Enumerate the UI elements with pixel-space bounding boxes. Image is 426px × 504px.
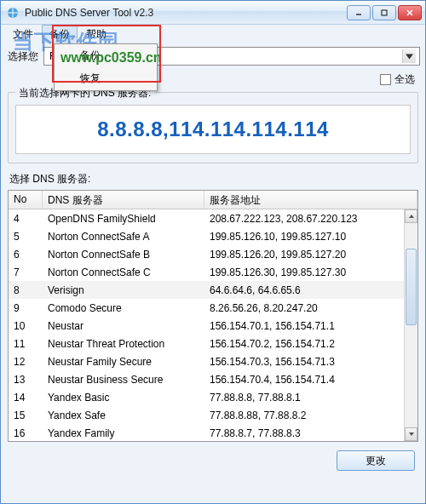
cell-no: 12 xyxy=(9,356,43,368)
cell-name: Neustar xyxy=(43,320,204,332)
cell-addr: 64.6.64.6, 64.6.65.6 xyxy=(204,284,417,296)
dns-list-title: 选择 DNS 服务器: xyxy=(9,172,420,186)
cell-no: 9 xyxy=(9,302,43,314)
table-row[interactable]: 9Comodo Secure8.26.56.26, 8.20.247.20 xyxy=(9,299,417,317)
titlebar: Public DNS Server Tool v2.3 xyxy=(1,1,425,25)
cell-name: Norton ConnectSafe A xyxy=(43,231,204,243)
table-row[interactable]: 13Neustar Business Secure156.154.70.4, 1… xyxy=(9,370,417,388)
scroll-track[interactable] xyxy=(405,223,417,427)
cell-name: Yandex Family xyxy=(43,427,204,439)
change-button[interactable]: 更改 xyxy=(337,450,415,471)
cell-no: 6 xyxy=(9,249,43,261)
cell-no: 15 xyxy=(9,410,43,421)
scroll-down-button[interactable] xyxy=(405,427,417,441)
menubar: 文件 备份 帮助 xyxy=(1,25,425,43)
cell-addr: 156.154.70.4, 156.154.71.4 xyxy=(204,374,417,386)
table-row[interactable]: 7Norton ConnectSafe C199.85.126.30, 199.… xyxy=(9,263,417,281)
list-header: No DNS 服务器 服务器地址 xyxy=(9,191,417,209)
table-row[interactable]: 10Neustar156.154.70.1, 156.154.71.1 xyxy=(9,317,417,335)
scroll-thumb[interactable] xyxy=(406,249,417,325)
minimize-button[interactable] xyxy=(347,5,371,20)
cell-addr: 77.88.8.7, 77.88.8.3 xyxy=(204,427,417,439)
button-row: 更改 xyxy=(6,450,415,471)
cell-no: 16 xyxy=(9,427,43,439)
table-row[interactable]: 4OpenDNS FamilyShield208.67.222.123, 208… xyxy=(9,209,417,227)
cell-no: 8 xyxy=(9,284,43,296)
vertical-scrollbar xyxy=(404,209,417,441)
close-button[interactable] xyxy=(398,5,422,20)
cell-name: Norton ConnectSafe C xyxy=(43,266,204,278)
cell-addr: 199.85.126.10, 199.85.127.10 xyxy=(204,231,417,243)
cell-name: Yandex Basic xyxy=(43,392,204,404)
cell-addr: 77.88.8.8, 77.88.8.1 xyxy=(204,392,417,404)
table-row[interactable]: 12Neustar Family Secure156.154.70.3, 156… xyxy=(9,352,417,370)
table-row[interactable]: 14Yandex Basic77.88.8.8, 77.88.8.1 xyxy=(9,388,417,406)
window-controls xyxy=(347,5,422,20)
chevron-down-icon xyxy=(402,49,416,63)
cell-name: Verisign xyxy=(43,284,204,296)
cell-name: OpenDNS FamilyShield xyxy=(43,213,204,225)
cell-addr: 156.154.70.3, 156.154.71.3 xyxy=(204,356,417,368)
content-area: 选择您 Realte btroller 全选 当前选择网卡的 DNS 服务器: … xyxy=(6,43,420,498)
cell-addr: 199.85.126.20, 199.85.127.20 xyxy=(204,249,417,261)
cell-no: 5 xyxy=(9,231,43,243)
cell-name: Yandex Safe xyxy=(43,410,204,421)
list-body: 4OpenDNS FamilyShield208.67.222.123, 208… xyxy=(9,209,417,442)
cell-addr: 77.88.8.88, 77.88.8.2 xyxy=(204,410,417,421)
menu-help[interactable]: 帮助 xyxy=(79,26,113,43)
cell-name: Norton ConnectSafe B xyxy=(43,249,204,261)
cell-addr: 8.26.56.26, 8.20.247.20 xyxy=(204,302,417,314)
dropdown-restore[interactable]: 恢复 xyxy=(55,67,157,90)
app-icon xyxy=(6,6,20,20)
menu-file[interactable]: 文件 xyxy=(6,26,40,43)
maximize-button[interactable] xyxy=(372,5,396,20)
col-no[interactable]: No xyxy=(9,191,43,209)
col-name[interactable]: DNS 服务器 xyxy=(43,191,204,209)
col-addr[interactable]: 服务器地址 xyxy=(204,191,417,209)
cell-no: 14 xyxy=(9,392,43,404)
backup-dropdown: 备份 恢复 xyxy=(54,43,158,91)
current-dns-value: 8.8.8.8,114.114.114.114 xyxy=(15,105,411,154)
app-window: Public DNS Server Tool v2.3 文件 备份 帮助 备份 … xyxy=(0,0,426,504)
window-title: Public DNS Server Tool v2.3 xyxy=(25,7,347,19)
current-dns-group: 当前选择网卡的 DNS 服务器: 8.8.8.8,114.114.114.114 xyxy=(8,92,418,163)
cell-no: 11 xyxy=(9,338,43,350)
adapter-label: 选择您 xyxy=(6,49,38,64)
table-row[interactable]: 5Norton ConnectSafe A199.85.126.10, 199.… xyxy=(9,227,417,245)
cell-no: 13 xyxy=(9,374,43,386)
cell-name: Neustar Business Secure xyxy=(43,374,204,386)
table-row[interactable]: 6Norton ConnectSafe B199.85.126.20, 199.… xyxy=(9,245,417,263)
svg-rect-2 xyxy=(382,10,387,15)
dns-list: No DNS 服务器 服务器地址 4OpenDNS FamilyShield20… xyxy=(8,190,418,442)
cell-addr: 208.67.222.123, 208.67.220.123 xyxy=(204,213,417,225)
cell-no: 10 xyxy=(9,320,43,332)
cell-addr: 156.154.70.1, 156.154.71.1 xyxy=(204,320,417,332)
menu-backup[interactable]: 备份 xyxy=(42,25,78,43)
select-all-checkbox[interactable] xyxy=(380,74,391,85)
dropdown-backup[interactable]: 备份 xyxy=(55,44,157,67)
scroll-up-button[interactable] xyxy=(405,209,417,223)
cell-addr: 156.154.70.2, 156.154.71.2 xyxy=(204,338,417,350)
table-row[interactable]: 11Neustar Threat Protection156.154.70.2,… xyxy=(9,335,417,352)
select-all-label: 全选 xyxy=(394,72,415,87)
table-row[interactable]: 8Verisign64.6.64.6, 64.6.65.6 xyxy=(9,281,417,299)
cell-name: Neustar Threat Protection xyxy=(43,338,204,350)
table-row[interactable]: 16Yandex Family77.88.8.7, 77.88.8.3 xyxy=(9,424,417,442)
table-row[interactable]: 15Yandex Safe77.88.8.88, 77.88.8.2 xyxy=(9,406,417,424)
cell-no: 7 xyxy=(9,266,43,278)
cell-name: Comodo Secure xyxy=(43,302,204,314)
cell-no: 4 xyxy=(9,213,43,225)
cell-addr: 199.85.126.30, 199.85.127.30 xyxy=(204,266,417,278)
cell-name: Neustar Family Secure xyxy=(43,356,204,368)
